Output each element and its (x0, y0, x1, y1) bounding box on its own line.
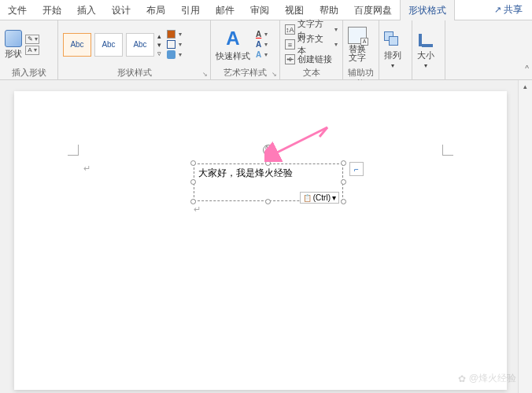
tab-layout[interactable]: 布局 (139, 0, 173, 20)
shape-style-3[interactable]: Abc (126, 33, 154, 57)
edit-shape-button[interactable]: ✎ (25, 35, 39, 44)
margin-marker-tr (442, 145, 453, 156)
layout-options-button[interactable]: ⌐ (349, 162, 364, 176)
resize-nw[interactable] (190, 160, 196, 166)
resize-s[interactable] (265, 199, 271, 204)
arrange-button[interactable]: 排列▾ (384, 31, 401, 69)
textbox-button[interactable]: A (25, 46, 39, 55)
resize-sw[interactable] (190, 199, 196, 204)
tab-mailings[interactable]: 邮件 (208, 0, 242, 20)
tab-references[interactable]: 引用 (173, 0, 208, 20)
svg-line-0 (274, 127, 327, 154)
tab-review[interactable]: 审阅 (242, 0, 277, 20)
align-text-button[interactable]: ≡对齐文本 (285, 39, 338, 51)
rotate-handle[interactable] (263, 145, 274, 156)
shapestyle-launcher[interactable]: ↘ (202, 71, 208, 78)
ribbon-tabs: 文件 开始 插入 设计 布局 引用 邮件 审阅 视图 帮助 百度网盘 形状格式 … (0, 0, 532, 20)
tab-insert[interactable]: 插入 (69, 0, 104, 20)
document-area: ↵ ↵ 大家好，我是烽火经验 (Ctrl)▾ ⌐ (0, 80, 518, 393)
alt-text-button[interactable]: A 替换 文字 (348, 27, 367, 62)
shape-gallery-icon[interactable] (5, 30, 22, 47)
share-button[interactable]: 共享 (494, 3, 523, 17)
resize-se[interactable] (341, 199, 346, 204)
vertical-scrollbar[interactable]: ▴ (518, 80, 532, 393)
resize-e[interactable] (341, 179, 346, 185)
resize-ne[interactable] (341, 160, 346, 166)
shape-effects-button[interactable] (167, 50, 182, 59)
svg-line-1 (320, 127, 327, 137)
page[interactable]: ↵ ↵ 大家好，我是烽火经验 (Ctrl)▾ ⌐ (14, 91, 507, 390)
resize-w[interactable] (190, 179, 196, 185)
selected-textbox[interactable]: 大家好，我是烽火经验 (Ctrl)▾ ⌐ (194, 163, 343, 201)
ribbon: 形状 ✎ A 插入形状 Abc Abc Abc ▴▾▿ 形状样式 ↘ (0, 20, 532, 80)
annotation-arrow (264, 123, 335, 162)
group-shape-style: 形状样式 (63, 67, 205, 78)
ruler-toggle[interactable]: ^ (525, 64, 529, 73)
quickstyle-label: 快速样式 (216, 50, 250, 62)
paste-options-tag[interactable]: (Ctrl)▾ (300, 192, 339, 204)
text-outline-button[interactable]: A (256, 40, 268, 49)
textbox-content[interactable]: 大家好，我是烽火经验 (198, 167, 293, 178)
size-button[interactable]: 大小▾ (417, 31, 434, 69)
text-effects-button[interactable]: A (256, 50, 268, 59)
paragraph-mark-2: ↵ (194, 204, 201, 215)
shape-outline-button[interactable] (167, 40, 182, 49)
tab-design[interactable]: 设计 (104, 0, 139, 20)
shape-fill-button[interactable] (167, 30, 182, 39)
group-text: 文本 (285, 67, 338, 78)
group-wordart: 艺术字样式 (216, 67, 275, 78)
shape-label: 形状 (5, 48, 22, 60)
group-insert-shape: 插入形状 (5, 67, 53, 78)
tab-shape-format[interactable]: 形状格式 (400, 0, 455, 20)
group-accessibility: 辅助功能 (348, 67, 374, 78)
shape-style-2[interactable]: Abc (94, 33, 123, 57)
shape-style-1[interactable]: Abc (63, 33, 91, 57)
tab-baidu[interactable]: 百度网盘 (346, 0, 400, 20)
tab-file[interactable]: 文件 (0, 0, 35, 20)
wordart-gallery-icon[interactable]: A (226, 28, 239, 50)
resize-n[interactable] (265, 160, 271, 166)
margin-marker-tl (68, 145, 79, 156)
wordart-launcher[interactable]: ↘ (272, 71, 277, 78)
text-fill-button[interactable]: A (256, 30, 268, 39)
watermark: ✿@烽火经验 (458, 372, 516, 385)
paragraph-mark: ↵ (83, 163, 91, 174)
create-link-button[interactable]: ⬲创建链接 (285, 53, 338, 66)
tab-home[interactable]: 开始 (35, 0, 69, 20)
scroll-up-icon[interactable]: ▴ (519, 80, 532, 93)
